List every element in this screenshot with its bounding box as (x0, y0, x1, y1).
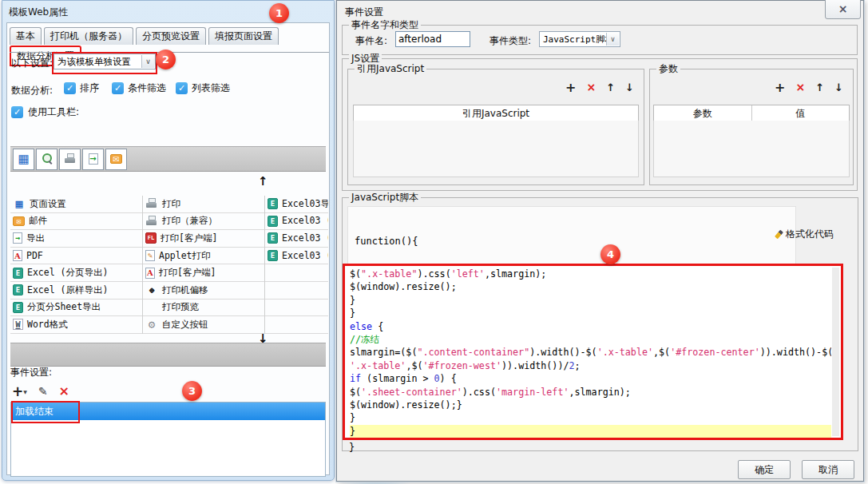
event-list-item-afterload[interactable]: 加载结束 (11, 403, 325, 420)
close-icon: × (838, 2, 848, 15)
close-button[interactable]: × (825, 0, 861, 19)
list-item[interactable]: EExcel03 (分页 (265, 230, 328, 248)
checkbox-condition-filter[interactable]: ✓ 条件筛选 (112, 81, 166, 95)
move-up-button[interactable]: ↑ (258, 174, 268, 188)
edit-event-button[interactable]: ✎ (38, 385, 48, 398)
mail-toolbar-button[interactable]: ✉ (105, 149, 127, 170)
list-item[interactable]: ✎Applet打印 (143, 248, 264, 265)
list-item[interactable]: A打印[客户端] (143, 264, 264, 282)
list-item-label: Word格式 (27, 319, 68, 331)
event-name-input[interactable] (395, 31, 470, 47)
event-type-combobox[interactable]: JavaScript脚本 ∨ (539, 31, 620, 47)
parameters-legend: 参数 (656, 63, 680, 74)
list-item[interactable]: E分页分Sheet导出 (10, 300, 142, 317)
list-item[interactable]: FL打印[客户端] (143, 230, 264, 248)
check-icon[interactable]: ✓ (176, 82, 188, 94)
ok-button[interactable]: 确定 (738, 460, 791, 479)
cancel-button[interactable]: 取消 (802, 460, 854, 479)
export-toolbar-button[interactable]: → (82, 149, 104, 170)
code-line[interactable]: } (350, 294, 831, 307)
js-settings-legend: JS设置 (349, 53, 382, 64)
tab-fill-page-settings[interactable]: 填报页面设置 (208, 27, 279, 45)
add-event-button[interactable]: +▼ (12, 384, 27, 399)
tab-basic[interactable]: 基本 (10, 27, 42, 45)
list-item-label: 打印[客户端] (159, 267, 216, 279)
code-line[interactable]: } (350, 411, 831, 424)
code-lines[interactable]: $(".x-table").css('left',slmargin);$(win… (350, 268, 831, 438)
delete-parameter-button[interactable]: × (795, 81, 805, 93)
move-reference-up-button[interactable]: ↑ (606, 81, 615, 93)
code-line[interactable]: slmargin=($(".content-container").width(… (350, 346, 831, 359)
list-item[interactable]: EExcel (原样导出) (10, 282, 142, 300)
list-item-label: Excel (分页导出) (27, 267, 108, 279)
move-reference-down-button[interactable]: ↓ (625, 81, 634, 93)
list-item[interactable]: →导出 (10, 230, 142, 248)
event-name-type-legend: 事件名字和类型 (349, 19, 421, 30)
reference-js-table-body[interactable] (353, 121, 639, 177)
list-item[interactable]: APDF (10, 248, 142, 265)
add-parameter-button[interactable]: + (775, 80, 785, 95)
code-line[interactable]: $(window).resize(); (350, 280, 831, 293)
script-editor-header-area[interactable]: function(){ (347, 206, 796, 267)
parameters-table-body[interactable] (653, 121, 850, 177)
list-item-label: 打印预览 (162, 301, 199, 313)
list-item[interactable]: 打印 (143, 196, 264, 213)
list-item[interactable]: EExcel (分页导出) (10, 264, 142, 282)
list-item-label: Excel03 (原样 (282, 215, 328, 227)
event-list: 加载结束 (10, 402, 326, 477)
list-item[interactable]: WWord格式 (10, 316, 142, 334)
checkbox-use-toolbar[interactable]: ✓ 使用工具栏: (11, 105, 79, 119)
list-item (265, 316, 328, 334)
code-line[interactable]: '.x-table',$('#frozen-west')).width())/2… (350, 359, 831, 372)
action-list: ▦页面设置✉邮件→导出APDFEExcel (分页导出)EExcel (原样导出… (10, 196, 328, 334)
checkbox-list-filter[interactable]: ✓ 列表筛选 (176, 81, 230, 95)
code-line[interactable]: $('.sheet-container').css('margin-left',… (350, 386, 831, 399)
add-reference-button[interactable]: + (565, 80, 576, 95)
delete-reference-button[interactable]: × (586, 81, 596, 93)
reference-js-table-header: 引用JavaScript (353, 105, 639, 122)
code-line[interactable]: if (slmargin > 0) { (350, 372, 831, 385)
format-code-button[interactable]: 格式化代码 (777, 228, 834, 241)
tab-printer-server[interactable]: 打印机（服务器） (44, 27, 133, 45)
pdf-icon: A (13, 250, 22, 261)
print-preview-toolbar-button[interactable] (36, 149, 57, 170)
list-item[interactable]: 打印（兼容） (143, 213, 264, 231)
tab-page-preview-settings[interactable]: 分页预览设置 (136, 27, 206, 45)
chevron-down-icon[interactable]: ∨ (141, 55, 154, 68)
applet-print-icon: ✎ (145, 250, 155, 261)
list-item[interactable]: EExcel03 (原样 (265, 213, 328, 231)
mail-icon: ✉ (13, 216, 25, 226)
check-icon[interactable]: ✓ (112, 82, 124, 94)
code-line[interactable]: $(".x-table").css('left',slmargin); (350, 268, 831, 280)
list-item[interactable]: ✉邮件 (10, 213, 142, 231)
page-setup-toolbar-button[interactable]: ▦ (13, 149, 34, 170)
code-line[interactable]: } (350, 425, 831, 438)
list-item[interactable]: EExcel03导出 (265, 196, 328, 213)
setting-scope-label: 以下设置: (11, 57, 53, 70)
left-dialog-body: 基本打印机（服务器）分页预览设置填报页面设置数据分析设置 以下设置: 为该模板单… (6, 22, 330, 475)
checkbox-sort[interactable]: ✓ 排序 (64, 81, 99, 95)
mail-icon: ✉ (110, 154, 122, 164)
code-scrollbar[interactable] (832, 268, 839, 436)
print-toolbar-button[interactable] (59, 149, 81, 170)
list-item (265, 264, 328, 282)
printer-icon (64, 153, 77, 165)
template-web-properties-dialog: 模板Web属性 基本打印机（服务器）分页预览设置填报页面设置数据分析设置 以下设… (2, 0, 335, 481)
list-item[interactable]: ▦页面设置 (10, 196, 142, 213)
list-item-label: 打印 (162, 198, 180, 210)
list-item[interactable]: 打印预览 (143, 300, 264, 317)
move-parameter-down-button[interactable]: ↓ (834, 81, 843, 93)
check-icon[interactable]: ✓ (64, 82, 76, 94)
list-item[interactable]: ⚙自定义按钮 (143, 316, 264, 334)
list-item[interactable]: ↔↕打印机偏移 (143, 282, 264, 300)
code-line[interactable]: //冻结 (350, 333, 831, 346)
check-icon[interactable]: ✓ (11, 106, 23, 118)
chevron-down-icon[interactable]: ∨ (606, 33, 619, 46)
code-line[interactable]: } (350, 307, 831, 319)
export-icon: → (13, 232, 22, 244)
delete-event-button[interactable]: × (59, 385, 69, 398)
code-line[interactable]: $(window).resize();} (350, 399, 831, 411)
list-item[interactable]: EExcel03 (分页 (265, 248, 328, 265)
code-line[interactable]: else { (350, 320, 831, 333)
move-parameter-up-button[interactable]: ↑ (815, 81, 824, 93)
